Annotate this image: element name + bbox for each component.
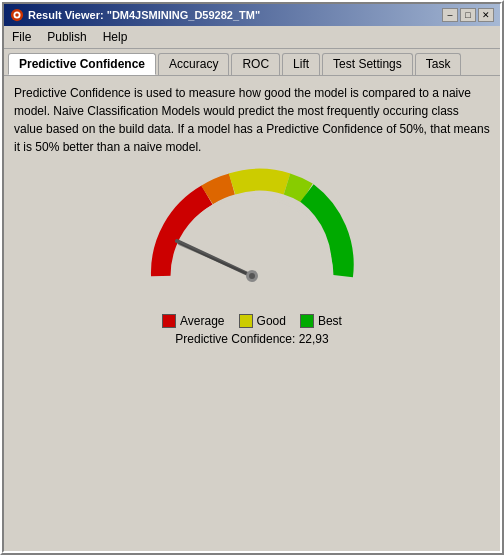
menu-publish[interactable]: Publish [43, 28, 90, 46]
content-area: Predictive Confidence is used to measure… [4, 76, 500, 551]
confidence-label: Predictive Confidence: 22,93 [175, 332, 328, 346]
svg-line-4 [179, 244, 252, 276]
tab-roc[interactable]: ROC [231, 53, 280, 75]
legend: Average Good Best [162, 314, 342, 328]
svg-point-2 [15, 13, 19, 17]
title-bar-left: Result Viewer: "DM4JSMINING_D59282_TM" [10, 8, 260, 22]
close-button[interactable]: ✕ [478, 8, 494, 22]
maximize-button[interactable]: □ [460, 8, 476, 22]
window-title: Result Viewer: "DM4JSMINING_D59282_TM" [28, 9, 260, 21]
tab-task[interactable]: Task [415, 53, 462, 75]
tabs-bar: Predictive Confidence Accuracy ROC Lift … [4, 49, 500, 76]
legend-color-average [162, 314, 176, 328]
legend-label-average: Average [180, 314, 224, 328]
menu-bar: File Publish Help [4, 26, 500, 49]
legend-color-good [239, 314, 253, 328]
legend-label-good: Good [257, 314, 286, 328]
tab-test-settings[interactable]: Test Settings [322, 53, 413, 75]
legend-label-best: Best [318, 314, 342, 328]
menu-help[interactable]: Help [99, 28, 132, 46]
legend-good: Good [239, 314, 286, 328]
svg-point-6 [249, 273, 255, 279]
app-icon [10, 8, 24, 22]
tab-lift[interactable]: Lift [282, 53, 320, 75]
gauge-svg [142, 166, 362, 306]
main-window: Result Viewer: "DM4JSMINING_D59282_TM" –… [0, 0, 504, 555]
menu-file[interactable]: File [8, 28, 35, 46]
legend-best: Best [300, 314, 342, 328]
inner-frame: Result Viewer: "DM4JSMINING_D59282_TM" –… [2, 2, 502, 553]
tab-predictive-confidence[interactable]: Predictive Confidence [8, 53, 156, 75]
minimize-button[interactable]: – [442, 8, 458, 22]
legend-color-best [300, 314, 314, 328]
title-bar: Result Viewer: "DM4JSMINING_D59282_TM" –… [4, 4, 500, 26]
gauge-container: Average Good Best Predictive Confidence:… [14, 166, 490, 346]
title-controls: – □ ✕ [442, 8, 494, 22]
tab-accuracy[interactable]: Accuracy [158, 53, 229, 75]
legend-average: Average [162, 314, 224, 328]
description-text: Predictive Confidence is used to measure… [14, 84, 490, 156]
